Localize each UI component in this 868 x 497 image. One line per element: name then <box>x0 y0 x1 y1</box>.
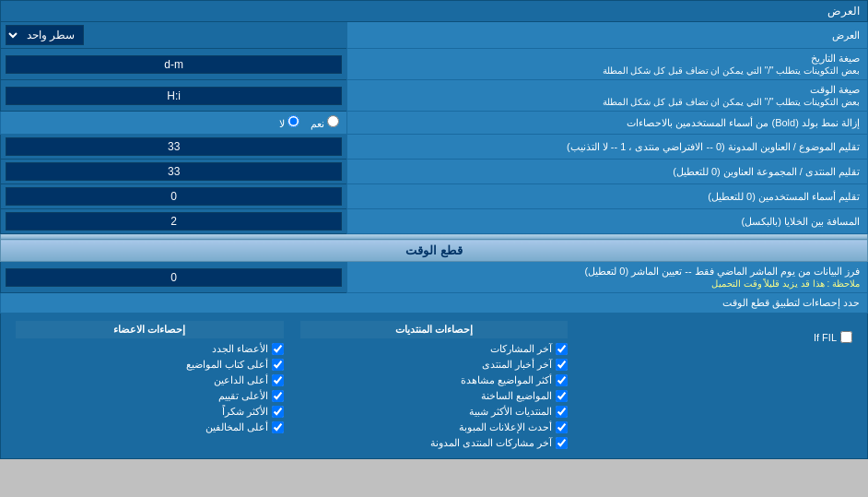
list-item: الأكثر شكراً <box>16 404 284 420</box>
date-format-label: صيغة التاريخ بعض التكوينات يتطلب "/" الت… <box>347 49 868 80</box>
topics-order-input[interactable]: 33 <box>6 137 342 156</box>
cutoff-label: فرز البيانات من يوم الماشر الماضي فقط --… <box>347 262 868 293</box>
spacing-label: المسافة بين الخلايا (بالبكسل) <box>347 209 868 234</box>
checkboxes-section: If FIL إحصاءات المنتديات آخر المشاركات آ… <box>1 314 868 459</box>
col2: إحصاءات المنتديات آخر المشاركات آخر أخبا… <box>293 318 576 454</box>
date-format-input[interactable]: d-m <box>6 55 342 74</box>
if-fil-label: If FIL <box>814 332 837 343</box>
col1-item-3-checkbox[interactable] <box>272 390 284 402</box>
col2-item-6-checkbox[interactable] <box>556 437 568 449</box>
col1-item-1-label: أعلى كتاب المواضيع <box>186 359 268 371</box>
bold-label: إزالة نمط بولد (Bold) من أسماء المستخدمي… <box>347 112 868 135</box>
col2-item-1-label: آخر أخبار المنتدى <box>482 359 552 371</box>
col1-item-1-checkbox[interactable] <box>272 359 284 371</box>
col2-item-4-checkbox[interactable] <box>556 406 568 418</box>
spacing-input[interactable]: 2 <box>6 212 342 231</box>
col2-item-3-label: المواضيع الساخنة <box>481 390 552 402</box>
cutoff-section-header: قطع الوقت <box>1 240 868 262</box>
list-item: آخر مشاركات المنتدى المدونة <box>300 435 569 451</box>
col1-item-2-checkbox[interactable] <box>272 374 284 386</box>
date-format-cell: d-m <box>1 49 347 80</box>
cutoff-cell: 0 <box>1 262 347 293</box>
col1-item-2-label: أعلى الداعين <box>214 374 268 386</box>
forum-group-input[interactable]: 33 <box>6 162 342 181</box>
list-item: آخر المشاركات <box>300 341 569 357</box>
col2-header: إحصاءات المنتديات <box>300 321 569 338</box>
col1-item-0-label: الأعضاء الجدد <box>212 343 268 355</box>
col2-item-3-checkbox[interactable] <box>556 390 568 402</box>
bold-no-radio[interactable] <box>287 115 299 127</box>
page-title: العرض <box>1 1 868 22</box>
bold-no-label: لا <box>279 115 299 130</box>
time-format-note: بعض التكوينات يتطلب "/" التي يمكن ان تضا… <box>603 97 860 107</box>
col1: إحصاءات الاعضاء الأعضاء الجدد أعلى كتاب … <box>8 318 291 454</box>
col1-item-4-label: الأكثر شكراً <box>222 406 268 418</box>
col1-item-5-checkbox[interactable] <box>272 421 284 433</box>
col1-item-5-label: أعلى المخالفين <box>205 421 268 433</box>
forum-group-label: تقليم المنتدى / المجموعة العناوين (0 للت… <box>347 160 868 184</box>
col2-item-6-label: آخر مشاركات المنتدى المدونة <box>430 437 552 449</box>
list-item: أعلى الداعين <box>16 373 284 388</box>
display-mode-label: العرض <box>347 22 868 49</box>
display-mode-select[interactable]: سطر واحد <box>6 25 84 45</box>
display-mode-cell: سطر واحد <box>1 22 347 49</box>
topics-order-label: تقليم الموضوع / العناوين المدونة (0 -- ا… <box>347 135 868 160</box>
col1-item-3-label: الأعلى تقييم <box>218 390 268 402</box>
time-format-cell: H:i <box>1 80 347 112</box>
col1-header: إحصاءات الاعضاء <box>16 321 284 338</box>
users-trim-input[interactable]: 0 <box>6 187 342 206</box>
col2-item-5-checkbox[interactable] <box>556 421 568 433</box>
topics-order-cell: 33 <box>1 135 347 160</box>
col2-item-5-label: أحدث الإعلانات المبوبة <box>459 421 552 433</box>
col2-item-0-checkbox[interactable] <box>556 343 568 355</box>
col1-item-0-checkbox[interactable] <box>272 343 284 355</box>
list-item: آخر أخبار المنتدى <box>300 357 569 373</box>
if-fil-checkbox[interactable] <box>840 331 852 343</box>
col3: If FIL <box>577 318 860 454</box>
users-trim-label: تقليم أسماء المستخدمين (0 للتعطيل) <box>347 184 868 209</box>
cutoff-input[interactable]: 0 <box>6 268 342 287</box>
col1-item-4-checkbox[interactable] <box>272 406 284 418</box>
list-item: الأعضاء الجدد <box>16 341 284 357</box>
list-item: أحدث الإعلانات المبوبة <box>300 420 569 435</box>
limit-row: حدد إحصاءات لتطبيق قطع الوقت <box>1 293 868 314</box>
col2-item-2-checkbox[interactable] <box>556 374 568 386</box>
col2-item-2-label: أكثر المواضيع مشاهدة <box>461 374 552 386</box>
cutoff-note: ملاحظة : هذا قد يزيد قليلاً وقت التحميل <box>711 278 860 289</box>
checkbox-grid: If FIL إحصاءات المنتديات آخر المشاركات آ… <box>8 318 860 454</box>
col2-item-0-label: آخر المشاركات <box>490 343 552 355</box>
bold-radio-cell: نعم لا <box>1 112 347 135</box>
list-item: أكثر المواضيع مشاهدة <box>300 373 569 388</box>
time-format-label: صيغة الوقت بعض التكوينات يتطلب "/" التي … <box>347 80 868 112</box>
spacing-cell: 2 <box>1 209 347 234</box>
time-format-input[interactable]: H:i <box>6 87 342 105</box>
col2-item-4-label: المنتديات الأكثر شبية <box>469 406 552 418</box>
list-item: أعلى كتاب المواضيع <box>16 357 284 373</box>
list-item: أعلى المخالفين <box>16 420 284 435</box>
bold-yes-radio[interactable] <box>327 115 339 127</box>
bold-yes-label: نعم <box>311 115 339 130</box>
date-format-note: بعض التكوينات يتطلب "/" التي يمكن ان تضا… <box>603 65 860 76</box>
list-item: المواضيع الساخنة <box>300 388 569 404</box>
list-item: If FIL <box>584 329 852 345</box>
users-trim-cell: 0 <box>1 184 347 209</box>
col2-item-1-checkbox[interactable] <box>556 359 568 371</box>
list-item: المنتديات الأكثر شبية <box>300 404 569 420</box>
forum-group-cell: 33 <box>1 160 347 184</box>
list-item: الأعلى تقييم <box>16 388 284 404</box>
